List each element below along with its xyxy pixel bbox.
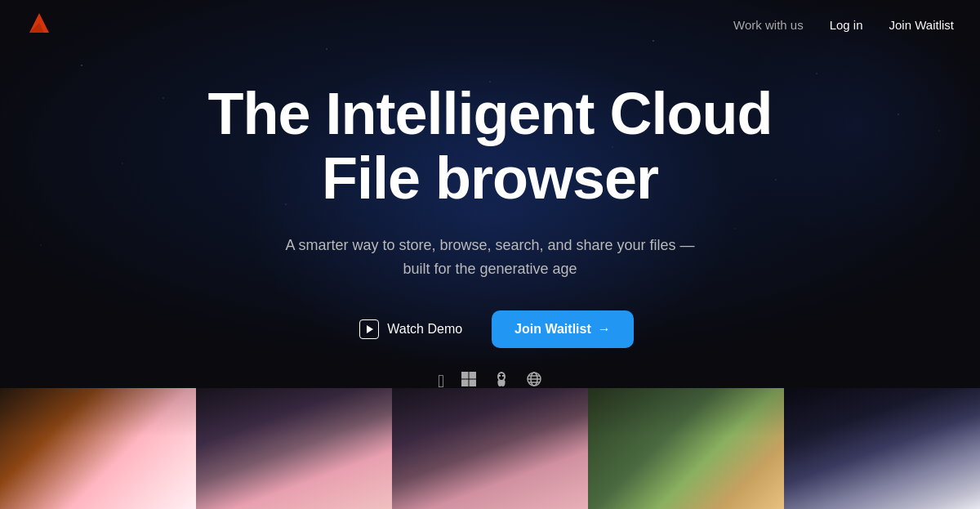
- strip-image-pink-woman-street: [196, 388, 392, 509]
- image-strip: [0, 388, 980, 509]
- navbar: Work with us Log in Join Waitlist: [0, 0, 980, 49]
- join-waitlist-button[interactable]: Join Waitlist →: [492, 310, 634, 348]
- hero-subtitle: A smarter way to store, browse, search, …: [278, 234, 702, 281]
- arrow-icon: →: [598, 322, 611, 337]
- strip-image-pink-woman-close: [392, 388, 588, 509]
- strip-image-roses: [0, 388, 196, 509]
- strip-image-mountains: [784, 388, 980, 509]
- svg-point-13: [503, 376, 504, 377]
- svg-rect-4: [461, 379, 469, 386]
- svg-rect-5: [470, 379, 477, 386]
- nav-join-waitlist-header[interactable]: Join Waitlist: [889, 18, 954, 32]
- logo[interactable]: [26, 10, 52, 39]
- hero-title-line1: The Intelligent Cloud: [208, 81, 773, 146]
- play-icon: [359, 319, 379, 339]
- nav-login[interactable]: Log in: [830, 18, 863, 32]
- hero-title: The Intelligent Cloud File browser: [208, 82, 773, 211]
- watch-demo-button[interactable]: Watch Demo: [346, 311, 475, 347]
- join-waitlist-label: Join Waitlist: [514, 322, 591, 337]
- nav-work-with-us[interactable]: Work with us: [733, 18, 804, 32]
- watch-demo-label: Watch Demo: [387, 322, 462, 337]
- hero-title-line2: File browser: [322, 145, 658, 211]
- svg-point-7: [499, 373, 504, 380]
- svg-rect-3: [470, 372, 477, 379]
- svg-rect-2: [461, 372, 469, 379]
- hero-section: The Intelligent Cloud File browser A sma…: [0, 49, 980, 392]
- strip-image-corgi: [588, 388, 784, 509]
- play-triangle: [367, 325, 373, 333]
- svg-point-12: [500, 376, 501, 377]
- nav-links: Work with us Log in Join Waitlist: [733, 18, 954, 32]
- hero-buttons: Watch Demo Join Waitlist →: [346, 310, 634, 348]
